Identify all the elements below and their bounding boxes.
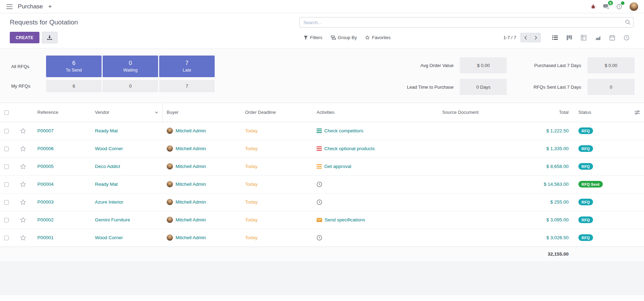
activity-link[interactable]: Get approval (324, 164, 351, 169)
rfq-tiles: All RFQs 6 To Send 0 Waiting 7 Late My R… (11, 56, 215, 92)
activity-view-icon (624, 35, 629, 41)
table-row[interactable]: P00005 Deco Addict Mitchell Admin Today … (0, 157, 644, 175)
col-source-document[interactable]: Source Document (438, 103, 518, 122)
export-button[interactable] (42, 32, 58, 43)
table-row[interactable]: P00006 Wood Corner Mitchell Admin Today … (0, 140, 644, 157)
debug-button[interactable] (590, 3, 597, 10)
table-row[interactable]: P00001 Wood Corner Mitchell Admin Today … (0, 229, 644, 247)
view-graph-button[interactable] (591, 33, 605, 43)
view-kanban-button[interactable] (562, 33, 576, 43)
search-icon (625, 20, 630, 26)
tasks-icon[interactable] (317, 146, 322, 151)
buyer-name: Mitchell Admin (176, 217, 206, 222)
prev-page-button[interactable] (520, 33, 531, 42)
tasks-icon[interactable] (317, 129, 322, 133)
tile-my-late[interactable]: 7 (159, 80, 215, 92)
row-checkbox[interactable] (4, 182, 9, 187)
row-checkbox[interactable] (4, 218, 9, 222)
search-input[interactable] (299, 17, 634, 28)
view-switcher (548, 33, 634, 43)
row-checkbox[interactable] (4, 200, 9, 205)
tile-late[interactable]: 7 Late (159, 56, 215, 77)
view-list-button[interactable] (548, 33, 562, 43)
graph-view-icon (595, 35, 601, 41)
group-by-button[interactable]: Group By (331, 35, 357, 40)
sort-caret-icon (155, 111, 158, 113)
activity-badge (621, 1, 624, 5)
col-buyer[interactable]: Buyer (162, 103, 241, 122)
tile-waiting[interactable]: 0 Waiting (103, 56, 158, 77)
order-deadline: Today (245, 182, 258, 187)
tile-to-send[interactable]: 6 To Send (46, 56, 102, 77)
status-badge: RFQ (578, 199, 593, 205)
user-menu-button[interactable] (629, 1, 639, 12)
total-amount: $ 3,095.00 (546, 217, 569, 222)
tile-my-waiting[interactable]: 0 (103, 80, 158, 92)
hamburger-icon (6, 4, 13, 9)
rfq-dashboard: All RFQs 6 To Send 0 Waiting 7 Late My R… (0, 48, 644, 103)
reference-link[interactable]: P00003 (37, 199, 54, 205)
app-name[interactable]: Purchase (18, 3, 43, 10)
reference-link[interactable]: P00002 (37, 217, 54, 222)
view-activity-button[interactable] (619, 33, 634, 43)
reference-link[interactable]: P00004 (37, 182, 54, 187)
order-deadline: Today (245, 146, 258, 151)
col-status[interactable]: Status (574, 103, 630, 122)
activity-link[interactable]: Check competitors (324, 128, 363, 133)
reference-link[interactable]: P00001 (37, 235, 54, 240)
tile-my-to-send[interactable]: 6 (46, 80, 102, 92)
activity-link[interactable]: Send specifications (325, 217, 365, 222)
col-activities[interactable]: Activities (312, 103, 438, 122)
reference-link[interactable]: P00007 (37, 128, 54, 133)
tasks-icon[interactable] (317, 164, 322, 169)
download-icon (47, 35, 52, 40)
clock-icon[interactable] (317, 199, 322, 205)
favorite-star-icon[interactable] (20, 163, 26, 170)
pager-text: 1-7 / 7 (503, 35, 516, 40)
row-checkbox[interactable] (4, 236, 9, 240)
table-row[interactable]: P00004 Ready Mat Mitchell Admin Today $ … (0, 175, 644, 193)
user-avatar (629, 2, 638, 11)
adjust-columns-button[interactable] (635, 110, 640, 115)
buyer-name: Mitchell Admin (176, 128, 206, 133)
reference-link[interactable]: P00005 (37, 164, 54, 169)
row-checkbox[interactable] (4, 129, 9, 133)
row-checkbox[interactable] (4, 164, 9, 169)
activities-button[interactable] (616, 3, 623, 10)
col-total[interactable]: Total (518, 103, 574, 122)
vendor-name: Ready Mat (95, 182, 118, 187)
favorite-star-icon[interactable] (20, 146, 26, 152)
total-amount: $ 1,335.00 (546, 146, 569, 151)
favorite-star-icon[interactable] (20, 181, 26, 188)
select-all-checkbox[interactable] (4, 110, 9, 115)
new-tab-button[interactable]: + (47, 2, 53, 10)
favorites-button[interactable]: Favorites (365, 35, 390, 40)
clock-icon[interactable] (317, 182, 322, 187)
col-reference[interactable]: Reference (33, 103, 91, 122)
favorite-star-icon[interactable] (20, 128, 26, 134)
col-order-deadline[interactable]: Order Deadline (241, 103, 312, 122)
table-row[interactable]: P00003 Azure Interior Mitchell Admin Tod… (0, 193, 644, 211)
status-badge: RFQ Sent (578, 181, 603, 188)
favorite-star-icon[interactable] (20, 235, 26, 241)
next-page-button[interactable] (531, 33, 541, 42)
table-row[interactable]: P00007 Ready Mat Mitchell Admin Today Ch… (0, 122, 644, 140)
favorite-star-icon[interactable] (20, 217, 26, 223)
row-checkbox[interactable] (4, 147, 9, 151)
activity-link[interactable]: Check optional products (324, 146, 375, 151)
create-button[interactable]: CREATE (10, 32, 39, 43)
total-amount: $ 14,563.00 (544, 182, 569, 187)
col-vendor[interactable]: Vendor (91, 103, 162, 122)
clock-icon[interactable] (317, 235, 322, 241)
view-calendar-button[interactable] (605, 33, 619, 43)
apps-menu-button[interactable] (5, 3, 14, 10)
table-row[interactable]: P00002 Gemini Furniture Mitchell Admin T… (0, 211, 644, 229)
filters-button[interactable]: Filters (304, 35, 322, 40)
total-amount: $ 3,026.50 (546, 235, 569, 240)
reference-link[interactable]: P00006 (37, 146, 54, 151)
envelope-icon[interactable] (317, 218, 322, 222)
view-pivot-button[interactable] (576, 33, 591, 43)
favorite-star-icon[interactable] (20, 199, 26, 205)
messages-button[interactable]: 5 (602, 3, 610, 10)
stat-lead-time: 0 Days (460, 79, 507, 95)
